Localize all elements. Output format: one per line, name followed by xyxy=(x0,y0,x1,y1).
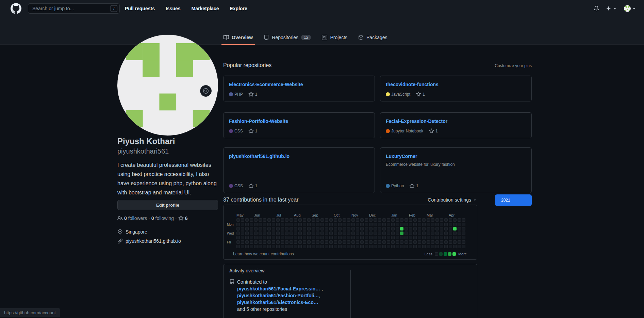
contribution-cell xyxy=(263,232,266,235)
edit-profile-button[interactable]: Edit profile xyxy=(117,200,218,210)
contribution-cell xyxy=(285,232,288,235)
repo-link[interactable]: Fashion-Portfolio-Website xyxy=(229,118,288,124)
contribution-cell xyxy=(413,218,417,222)
customize-pins-link[interactable]: Customize your pins xyxy=(495,63,532,68)
contribution-cell xyxy=(250,232,253,235)
contribution-cell xyxy=(294,227,297,230)
contribution-cell xyxy=(316,240,319,244)
popular-repositories-title: Popular repositories xyxy=(223,62,271,68)
contribution-cell xyxy=(236,245,240,248)
link-icon xyxy=(117,238,123,244)
contribution-cell xyxy=(431,227,434,230)
contribution-cell xyxy=(374,232,377,235)
header-avatar[interactable] xyxy=(624,5,631,12)
contribution-cell xyxy=(267,223,271,226)
smiley-icon xyxy=(203,88,209,94)
contribution-cell xyxy=(272,240,275,244)
following-link[interactable]: 0 following xyxy=(151,216,174,221)
year-2021-button[interactable]: 2021 xyxy=(495,194,532,206)
dot-separator: · xyxy=(175,216,177,221)
contribution-cell xyxy=(250,240,253,244)
contribution-cell xyxy=(236,232,240,235)
contribution-cell xyxy=(334,245,337,248)
contribution-cell xyxy=(374,236,377,239)
contribution-cell xyxy=(294,218,297,222)
notifications-bell-icon[interactable] xyxy=(594,6,599,11)
contribution-cell xyxy=(290,232,293,235)
learn-contributions-link[interactable]: Learn how we count contributions xyxy=(233,252,294,256)
contribution-cell xyxy=(285,236,288,239)
repo-stars[interactable]: 1 xyxy=(248,92,258,97)
status-url-bar: https://github.com/account xyxy=(0,308,60,317)
contribution-cell xyxy=(369,218,373,222)
repo-stars[interactable]: 1 xyxy=(248,183,258,189)
contribution-cell xyxy=(449,227,452,230)
nav-link-issues[interactable]: Issues xyxy=(166,6,181,11)
contribution-cell xyxy=(431,223,434,226)
avatar[interactable] xyxy=(117,35,218,136)
star-icon xyxy=(248,183,254,189)
contribution-cell xyxy=(245,227,249,230)
set-status-smiley-button[interactable] xyxy=(200,85,212,97)
contribution-cell xyxy=(276,240,280,244)
contribution-cell xyxy=(298,236,302,239)
contribution-cell xyxy=(254,218,258,222)
contributed-repo-link[interactable]: piyushkothari561/Fashion-Portfoli… xyxy=(237,293,319,298)
search-box[interactable]: / xyxy=(28,3,120,14)
contribution-cell xyxy=(435,223,439,226)
nav-link-explore[interactable]: Explore xyxy=(230,6,247,11)
repo-link[interactable]: Electronics-Ecommerce-Website xyxy=(229,82,303,87)
stars-link[interactable]: 6 xyxy=(178,216,188,221)
nav-link-marketplace[interactable]: Marketplace xyxy=(192,6,219,11)
repo-link[interactable]: piyushkothari561.github.io xyxy=(229,154,290,159)
legend-square xyxy=(448,252,451,256)
contribution-cell xyxy=(391,227,395,230)
contributed-repo-link[interactable]: piyushkothari561/Electronics-Eco… xyxy=(237,300,318,305)
contribution-cell xyxy=(453,236,457,239)
contribution-cell xyxy=(303,245,306,248)
contribution-cell xyxy=(449,223,452,226)
location-pin-icon xyxy=(117,229,123,235)
contribution-cell xyxy=(440,245,443,248)
contribution-cell xyxy=(360,218,364,222)
contribution-cell xyxy=(400,223,403,226)
repo-stars[interactable]: 1 xyxy=(409,183,418,189)
contribution-cell xyxy=(329,223,333,226)
contribution-cell xyxy=(285,240,288,244)
github-logo-icon[interactable] xyxy=(11,3,21,14)
contribution-cell xyxy=(435,218,439,222)
contribution-cell xyxy=(374,245,377,248)
create-new-button[interactable] xyxy=(606,6,617,11)
contribution-settings-dropdown[interactable]: Contribution settings xyxy=(428,197,477,203)
location-pin-icon xyxy=(117,229,123,235)
search-input[interactable] xyxy=(32,6,111,11)
repo-link[interactable]: thecovidnote-functions xyxy=(386,82,439,87)
contribution-cell xyxy=(316,245,319,248)
contribution-cell xyxy=(245,236,249,239)
contribution-cell xyxy=(320,223,324,226)
plus-icon xyxy=(606,6,611,11)
repo-stars[interactable]: 1 xyxy=(429,128,438,134)
contributed-repo-link[interactable]: piyushkothari561/Facial-Expressio… xyxy=(237,286,320,291)
website-link[interactable]: piyushkothari561.github.io xyxy=(126,238,181,244)
contribution-cell xyxy=(250,223,253,226)
followers-link[interactable]: 0 followers xyxy=(117,216,147,221)
contribution-cell xyxy=(263,236,266,239)
activity-overview-title: Activity overview xyxy=(229,268,264,273)
contribution-cell xyxy=(272,245,275,248)
contribution-cell xyxy=(418,227,421,230)
repo-link[interactable]: LuxuryCorner xyxy=(386,154,417,159)
repo-stars[interactable]: 1 xyxy=(416,92,425,97)
contribution-cell xyxy=(409,245,412,248)
contribution-cell xyxy=(378,240,381,244)
repo-stars[interactable]: 1 xyxy=(248,128,258,134)
contribution-cell xyxy=(312,245,315,248)
contribution-cell xyxy=(440,236,443,239)
contribution-cell xyxy=(351,227,355,230)
contribution-cell xyxy=(347,232,350,235)
nav-link-pull-requests[interactable]: Pull requests xyxy=(125,6,155,11)
contribution-cell xyxy=(378,245,381,248)
user-menu[interactable] xyxy=(624,5,637,12)
language-dot xyxy=(229,92,233,96)
repo-link[interactable]: Facial-Expression-Detector xyxy=(386,118,447,124)
